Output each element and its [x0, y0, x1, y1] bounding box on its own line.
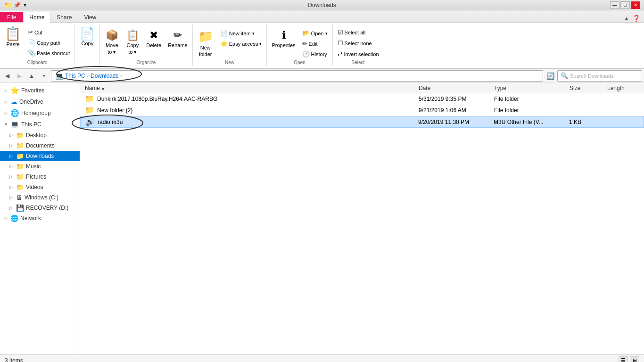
ribbon-collapse-icon[interactable]: ▲	[624, 15, 629, 22]
tab-view[interactable]: View	[78, 12, 102, 22]
delete-button[interactable]: ✖ Delete	[143, 27, 164, 50]
history-button[interactable]: 🕐 History	[299, 49, 330, 59]
new-item-button[interactable]: 📄 New item ▾	[217, 28, 265, 38]
paste-button[interactable]: 📋 Paste	[2, 25, 24, 49]
move-to-icon: 📦	[106, 29, 118, 41]
sidebar-item-recovery-d[interactable]: ▷ 💾 RECOVERY (D:)	[0, 203, 80, 213]
ribbon-tabs: File Home Share View ▲ ❓	[0, 10, 644, 23]
videos-icon: 📁	[16, 183, 24, 191]
videos-label: Videos	[26, 184, 43, 190]
address-bar[interactable]: 💻 This PC › Downloads ›	[51, 70, 543, 82]
forward-button[interactable]: ▶	[14, 71, 25, 81]
up-button[interactable]: ▲	[26, 71, 37, 81]
rename-button[interactable]: ✏ Rename	[165, 27, 190, 50]
copy-to-icon: 📋	[126, 29, 139, 41]
select-group: ☑ Select all ☐ Select none ⇄ Invert sele…	[333, 25, 384, 66]
paste-shortcut-button[interactable]: 📎 Paste shortcut	[25, 48, 73, 58]
invert-selection-button[interactable]: ⇄ Invert selection	[335, 49, 382, 59]
music-icon: 📁	[16, 163, 24, 170]
sidebar-item-desktop[interactable]: ▷ 📁 Desktop	[0, 130, 80, 140]
maximize-button[interactable]: □	[620, 1, 630, 9]
sidebar-item-homegroup[interactable]: ▷ 🌐 Homegroup	[0, 107, 80, 119]
back-button[interactable]: ◀	[2, 71, 12, 81]
open-group: ℹ Properties 📂 Open ▾ ✏ Edit 🕐 History	[267, 25, 332, 66]
sidebar-item-windows-c[interactable]: ▷ 🖥 Windows (C:)	[0, 192, 80, 203]
easy-access-button[interactable]: ⭐ Easy access ▾	[217, 39, 265, 49]
open-button[interactable]: 📂 Open ▾	[299, 28, 330, 38]
minimize-button[interactable]: —	[610, 1, 619, 9]
folder-icon: 📁	[85, 94, 94, 103]
breadcrumb-this-pc[interactable]: This PC	[65, 73, 85, 79]
table-row[interactable]: 📁 New folder (2) 9/21/2019 1:06 AM File …	[80, 105, 644, 116]
sidebar-item-videos[interactable]: ▷ 📁 Videos	[0, 182, 80, 192]
paste-label: Paste	[6, 41, 19, 47]
search-placeholder: Search Downloads	[570, 73, 613, 79]
new-folder-button[interactable]: 📁 New folder	[195, 27, 216, 59]
column-name-label: Name	[85, 85, 100, 91]
sidebar-item-downloads[interactable]: ▷ 📁 Downloads	[0, 151, 80, 161]
recovery-d-label: RECOVERY (D:)	[26, 205, 68, 211]
file-type: M3U Other File (V...	[494, 119, 544, 125]
onedrive-label: OneDrive	[19, 99, 43, 105]
folder-icon: 📁	[4, 1, 12, 9]
main-area: ▷ ⭐ Favorites ▷ ☁ OneDrive ▷ 🌐 Homegroup…	[0, 83, 644, 354]
sidebar-item-favorites[interactable]: ▷ ⭐ Favorites	[0, 85, 80, 96]
tab-home[interactable]: Home	[23, 12, 50, 23]
breadcrumb-downloads[interactable]: Downloads	[91, 73, 118, 79]
close-button[interactable]: ✕	[631, 1, 640, 9]
tab-file[interactable]: File	[0, 12, 23, 22]
down-arrow-icon[interactable]: ▼	[23, 2, 27, 8]
large-icons-view-button[interactable]: ⊞	[630, 356, 639, 362]
select-none-button[interactable]: ☐ Select none	[335, 38, 382, 48]
recovery-d-icon: 💾	[16, 204, 24, 212]
music-expand-icon: ▷	[9, 164, 14, 169]
move-to-button[interactable]: 📦 Move to ▾	[102, 27, 122, 57]
open-label: Open	[311, 31, 324, 36]
search-bar[interactable]: 🔍 Search Downloads	[557, 70, 642, 82]
sidebar-item-onedrive[interactable]: ▷ ☁ OneDrive	[0, 96, 80, 107]
sidebar-item-documents[interactable]: ▷ 📁 Documents	[0, 140, 80, 151]
paste-shortcut-icon: 📎	[28, 49, 35, 57]
select-none-label: Select none	[345, 41, 372, 46]
help-icon[interactable]: ❓	[632, 15, 640, 22]
cut-button[interactable]: ✂ Cut	[25, 27, 73, 37]
file-date: 5/31/2019 9:35 PM	[419, 96, 466, 102]
column-name-header[interactable]: Name ▲	[82, 85, 416, 91]
organize-label: Organize	[102, 60, 190, 65]
select-all-button[interactable]: ☑ Select all	[335, 27, 382, 37]
music-label: Music	[26, 163, 41, 170]
status-bar: 3 items ☰ ⊞	[0, 354, 644, 362]
recent-locations-button[interactable]: ▾	[39, 71, 49, 81]
table-row[interactable]: 📁 Dunkirk.2017.1080p.BluRay.H264.AAC-RAR…	[80, 93, 644, 105]
column-size-header[interactable]: Size	[567, 85, 604, 91]
copy-to-button[interactable]: 📋 Copy to ▾	[123, 27, 142, 57]
sidebar-item-music[interactable]: ▷ 📁 Music	[0, 161, 80, 172]
details-view-button[interactable]: ☰	[619, 356, 628, 362]
onedrive-expand-icon: ▷	[4, 99, 8, 104]
file-type-cell: M3U Other File (V...	[491, 119, 566, 125]
sidebar-item-pictures[interactable]: ▷ 📁 Pictures	[0, 172, 80, 182]
open-icon: 📂	[302, 30, 310, 37]
sidebar-item-this-pc[interactable]: ▼ 💻 This PC	[0, 119, 80, 130]
status-items-count: 3 items	[5, 357, 23, 362]
easy-access-label: Easy access	[229, 41, 258, 47]
sidebar-item-network[interactable]: ▷ 🌐 Network	[0, 213, 80, 223]
downloads-expand-icon: ▷	[9, 154, 14, 158]
refresh-button[interactable]: 🔄	[545, 71, 555, 81]
recovery-d-expand-icon: ▷	[9, 206, 14, 210]
windows-c-label: Windows (C:)	[25, 194, 58, 201]
column-type-header[interactable]: Type	[491, 85, 567, 91]
navigation-bar: ◀ ▶ ▲ ▾ 💻 This PC › Downloads › 🔄 🔍 Sear…	[0, 69, 644, 83]
column-headers: Name ▲ Date Type Size Length	[80, 83, 644, 93]
this-pc-icon: 💻	[10, 120, 19, 129]
column-length-header[interactable]: Length	[604, 85, 642, 91]
properties-icon: ℹ	[282, 29, 286, 41]
copy-button[interactable]: 📄 Copy	[77, 25, 98, 48]
table-row[interactable]: 🔊 radio.m3u 9/20/2019 11:30 PM M3U Other…	[80, 116, 644, 128]
tab-share[interactable]: Share	[50, 12, 78, 22]
column-date-header[interactable]: Date	[416, 85, 491, 91]
copy-path-button[interactable]: 📄 Copy path	[25, 38, 73, 48]
edit-button[interactable]: ✏ Edit	[299, 39, 330, 49]
onedrive-icon: ☁	[10, 98, 17, 106]
properties-button[interactable]: ℹ Properties	[269, 27, 298, 50]
